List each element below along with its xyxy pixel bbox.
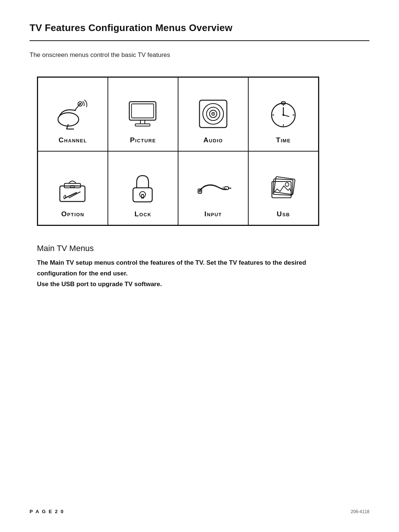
- page-number: P A G E 2 0: [30, 509, 64, 514]
- channel-icon: [54, 95, 91, 132]
- menu-cell-time[interactable]: Time: [248, 77, 318, 151]
- svg-point-19: [283, 114, 284, 116]
- svg-rect-8: [140, 120, 145, 124]
- svg-rect-29: [70, 186, 75, 187]
- menu-cell-lock[interactable]: Lock: [108, 151, 178, 225]
- usb-icon: [265, 169, 302, 206]
- picture-label: Picture: [130, 136, 156, 144]
- section-line2: Use the USB port to upgrade TV software.: [37, 281, 162, 288]
- menu-grid-container: Channel Picture: [37, 77, 319, 226]
- svg-point-33: [141, 193, 144, 196]
- lock-label: Lock: [134, 210, 151, 218]
- intro-subtitle: The onscreen menus control the basic TV …: [30, 51, 369, 59]
- menu-cell-option[interactable]: Option: [38, 151, 108, 225]
- input-icon: [195, 169, 232, 206]
- title-divider: [30, 40, 369, 41]
- menu-cell-input[interactable]: Input: [178, 151, 248, 225]
- time-icon: [265, 95, 302, 132]
- time-label: Time: [276, 136, 291, 144]
- menu-cell-usb[interactable]: Usb: [248, 151, 318, 225]
- svg-rect-9: [135, 124, 150, 126]
- menu-cell-audio[interactable]: Audio: [178, 77, 248, 151]
- menu-grid: Channel Picture: [38, 77, 318, 225]
- menu-cell-channel[interactable]: Channel: [38, 77, 108, 151]
- section-block: Main TV Menus The Main TV setup menus co…: [30, 244, 369, 290]
- svg-point-5: [79, 103, 81, 105]
- page-footer: P A G E 2 0 206-4118: [30, 509, 369, 514]
- channel-label: Channel: [58, 136, 87, 144]
- audio-label: Audio: [204, 136, 223, 144]
- lock-icon: [125, 169, 161, 206]
- page-title: TV Features Configuration Menus Overview: [30, 22, 369, 34]
- option-label: Option: [61, 210, 84, 218]
- section-body: The Main TV setup menus control the feat…: [37, 258, 340, 290]
- svg-rect-25: [60, 186, 85, 201]
- option-icon: [54, 169, 91, 206]
- section-line1: The Main TV setup menus control the feat…: [37, 259, 306, 277]
- usb-label: Usb: [277, 210, 290, 218]
- svg-point-43: [285, 183, 289, 186]
- input-label: Input: [204, 210, 222, 218]
- menu-cell-picture[interactable]: Picture: [108, 77, 178, 151]
- section-title: Main TV Menus: [37, 244, 369, 253]
- svg-line-1: [66, 124, 68, 129]
- doc-number: 206-4118: [351, 509, 369, 514]
- svg-point-0: [58, 113, 79, 126]
- svg-rect-6: [129, 102, 156, 120]
- svg-point-15: [213, 113, 214, 115]
- audio-icon: [195, 95, 232, 132]
- picture-icon: [125, 95, 161, 132]
- svg-rect-7: [132, 104, 154, 118]
